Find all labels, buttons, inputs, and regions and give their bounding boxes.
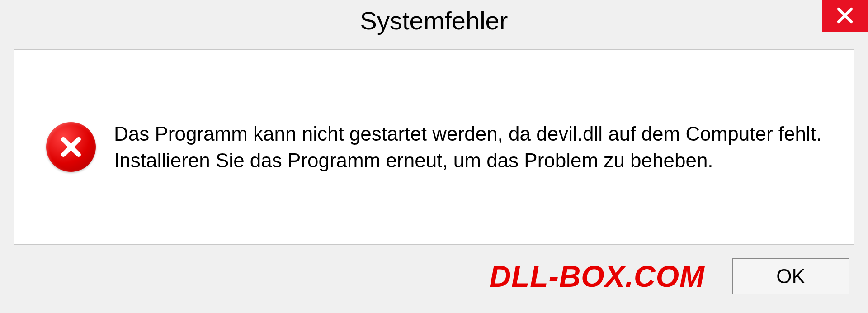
error-icon xyxy=(46,122,96,172)
content-area: Das Programm kann nicht gestartet werden… xyxy=(14,49,854,245)
error-dialog: Systemfehler Das Programm kann nicht ges… xyxy=(0,0,868,313)
ok-button[interactable]: OK xyxy=(732,258,849,294)
titlebar: Systemfehler xyxy=(0,0,868,40)
close-icon xyxy=(835,6,854,27)
dialog-title: Systemfehler xyxy=(360,6,508,35)
close-button[interactable] xyxy=(822,0,868,32)
dialog-footer: DLL-BOX.COM OK xyxy=(0,245,868,313)
watermark-text: DLL-BOX.COM xyxy=(489,259,705,294)
error-message: Das Programm kann nicht gestartet werden… xyxy=(114,120,822,174)
